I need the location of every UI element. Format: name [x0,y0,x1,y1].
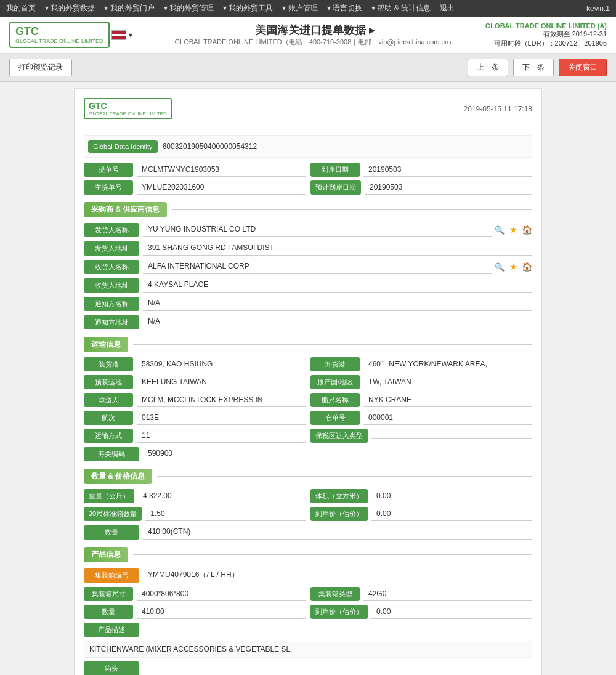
head-label-header: 箱头 [84,661,532,675]
supplier-section-line [172,209,532,210]
company-name: GLOBAL TRADE ONLINE LIMITED (A) [485,22,607,30]
container-no-value: YMMU4079016（/ L / HH） [143,567,532,583]
carrier-field: 承运人 MCLM, MCCLINTOCK EXPRESS IN [84,393,306,407]
shipper-address-value: 391 SHANG GONG RD TAMSUI DIST [143,241,532,256]
consignee-search-icon[interactable]: 🔍 [494,261,505,272]
consignee-address-label: 收货人地址 [84,278,139,293]
discharge-port-field: 卸货港 4601, NEW YORK/NEWARK AREA, [310,357,532,371]
nav-language[interactable]: ▾ 语言切换 [327,3,362,14]
warehouse-no-label: 仓单号 [310,411,360,425]
bill-no-field: 提单号 MCLMTWNYC1903053 [84,163,306,177]
container-price-row: 20尺标准箱数量 1.50 到岸价（估价） 0.00 [84,507,532,521]
ftz-label: 保税区进入类型 [310,429,368,443]
quantity-section-title: 数量 & 价格信息 [84,469,152,484]
card-logo-box: GTC GLOBAL TRADE ONLINE LIMITED [84,98,172,119]
header-subtitle: GLOBAL TRADE ONLINE LIMITED（电话：400-710-3… [145,38,485,47]
quantity-value: 410.00(CTN) [143,525,532,540]
consignee-star-icon[interactable]: ★ [508,261,519,272]
card-header: GTC GLOBAL TRADE ONLINE LIMITED 2019-05-… [84,98,532,126]
consignee-name-label: 收货人名称 [84,260,139,274]
action-bar-right: 上一条 下一条 关闭窗口 [468,59,607,76]
bill-arrival-row: 提单号 MCLMTWNYC1903053 到岸日期 20190503 [84,163,532,177]
estimated-arrival-label: 预计到岸日期 [310,180,361,195]
preload-origin-row: 预装运地 KEELUNG TAIWAN 原产国/地区 TW, TAIWAN [84,375,532,389]
shipper-name-label: 发货人名称 [84,223,139,237]
shipper-home-icon[interactable]: 🏠 [521,224,532,235]
arrival-price-value: 0.00 [371,507,532,521]
print-button-top[interactable]: 打印预览记录 [9,59,72,76]
container-count-field: 20尺标准箱数量 1.50 [84,507,306,521]
customs-code-label: 海关编码 [84,447,139,461]
nav-management[interactable]: ▾ 我的外贸管理 [164,3,214,14]
volume-value: 0.00 [371,489,532,503]
shipper-star-icon[interactable]: ★ [508,224,519,235]
nav-portal[interactable]: ▾ 我的外贸门户 [104,3,154,14]
nav-logout[interactable]: 退出 [440,3,455,14]
loading-port-label: 装货港 [84,357,133,371]
gdi-value: 60032019050400000054312 [158,140,262,153]
document-card: GTC GLOBAL TRADE ONLINE LIMITED 2019-05-… [74,88,542,675]
quantity-section-header: 数量 & 价格信息 [84,469,532,484]
ftz-field: 保税区进入类型 [310,429,532,443]
consignee-address-value: 4 KAYSAL PLACE [143,278,532,293]
transport-section-title: 运输信息 [84,337,128,352]
container-count-label: 20尺标准箱数量 [84,507,142,521]
consignee-home-icon[interactable]: 🏠 [521,261,532,272]
arrival-date-value: 20190503 [363,163,532,177]
voyage-warehouse-row: 航次 013E 仓单号 000001 [84,411,532,425]
transport-mode-value: 11 [137,429,306,443]
supplier-section-title: 采购商 & 供应商信息 [84,202,167,217]
gdi-label: Global Data Identity [88,140,158,153]
action-bar-top: 打印预览记录 上一条 下一条 关闭窗口 [0,54,616,82]
shipper-name-field: 发货人名称 YU YUNG INDUSTRIAL CO LTD 🔍 ★ 🏠 [84,222,532,237]
shipper-name-value: YU YUNG INDUSTRIAL CO LTD [143,222,492,237]
header-logo: GTC GLOBAL TRADE ONLINE LIMITED ▾ [9,22,132,48]
product-description-label: 产品描述 [84,623,139,637]
container-count-value: 1.50 [145,507,306,521]
volume-label: 体积（立方米） [310,489,368,503]
notify-name-value: N/A [143,296,532,311]
consignee-name-value: ALFA INTERNATIONAL CORP [143,259,492,274]
loading-port-field: 装货港 58309, KAO HSIUNG [84,357,306,371]
voyage-label: 航次 [84,411,133,425]
next-button-top[interactable]: 下一条 [513,59,554,76]
global-data-identity-row: Global Data Identity 6003201905040000005… [84,135,532,158]
container-size-label: 集装箱尺寸 [84,587,133,601]
quantity-section-line [157,476,532,477]
main-content: GTC GLOBAL TRADE ONLINE LIMITED 2019-05-… [0,82,616,675]
page-header: GTC GLOBAL TRADE ONLINE LIMITED ▾ 美国海关进口… [0,17,616,54]
master-bill-value: YMLUE202031600 [137,180,306,195]
bill-no-label: 提单号 [84,163,133,177]
product-qty-label: 数量 [84,605,133,619]
container-type-field: 集装箱类型 42G0 [310,587,532,601]
transport-mode-label: 运输方式 [84,429,133,443]
weight-field: 重量（公斤） 4,322.00 [84,489,306,503]
product-price-field: 到岸价（估价） 0.00 [310,605,532,619]
product-price-value: 0.00 [371,605,532,619]
container-type-label: 集装箱类型 [310,587,360,601]
container-size-type-row: 集装箱尺寸 4000*806*800 集装箱类型 42G0 [84,587,532,601]
product-price-label: 到岸价（估价） [310,605,368,619]
nav-account[interactable]: ▾ 账户管理 [282,3,317,14]
quantity-field: 数量 410.00(CTN) [84,525,532,540]
nav-trade-data[interactable]: ▾ 我的外贸数据 [45,3,95,14]
nav-help[interactable]: ▾ 帮助 & 统计信息 [371,3,431,14]
voyage-value: 013E [137,411,306,425]
product-section-header: 产品信息 [84,547,532,562]
ldr-info: 可用时段（LDR）：200712、201905 [485,39,607,48]
warehouse-no-field: 仓单号 000001 [310,411,532,425]
master-bill-row: 主提单号 YMLUE202031600 预计到岸日期 20190503 [84,180,532,195]
nav-home[interactable]: 我的首页 [6,3,36,14]
product-section-line [133,554,532,555]
notify-address-label: 通知方地址 [84,315,139,329]
customs-code-field: 海关编码 590900 [84,447,532,461]
shipper-search-icon[interactable]: 🔍 [494,224,505,235]
close-button-top[interactable]: 关闭窗口 [559,59,607,76]
card-logo: GTC GLOBAL TRADE ONLINE LIMITED [84,98,172,119]
language-flag[interactable]: ▾ [111,30,132,40]
arrival-price-label: 到岸价（估价） [310,507,368,521]
preloading-label: 预装运地 [84,375,133,389]
vessel-value: NYK CRANE [363,393,532,407]
nav-tools[interactable]: ▾ 我的外贸工具 [223,3,273,14]
prev-button-top[interactable]: 上一条 [468,59,508,76]
